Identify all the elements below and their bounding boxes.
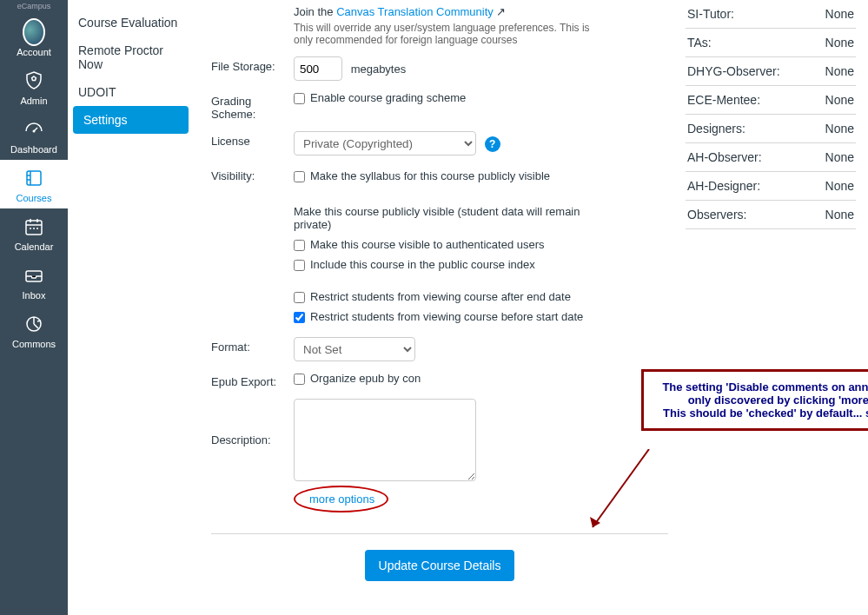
epub-organize-text: Organize epub by con xyxy=(310,372,421,385)
nav-inbox-label: Inbox xyxy=(23,290,46,301)
role-row: Observers:None xyxy=(686,201,856,229)
roles-list: SI-Tutor:None TAs:None DHYG-Observer:Non… xyxy=(686,0,868,615)
nav-inbox[interactable]: Inbox xyxy=(0,257,68,306)
restrict-before-checkbox[interactable] xyxy=(294,312,305,323)
vis-syllabus-text: Make the syllabus for this course public… xyxy=(310,169,550,182)
epub-organize-checkbox[interactable] xyxy=(294,374,305,385)
role-value: None xyxy=(825,7,854,21)
cn-udoit[interactable]: UDOIT xyxy=(68,78,194,106)
book-icon xyxy=(23,167,45,189)
role-value: None xyxy=(825,36,854,50)
role-value: None xyxy=(825,122,854,136)
role-name: Observers: xyxy=(687,208,746,222)
avatar-icon xyxy=(23,21,45,43)
course-nav: Course Evaluation Remote Proctor Now UDO… xyxy=(68,0,194,615)
nav-dashboard[interactable]: Dashboard xyxy=(0,111,68,160)
vis-auth-text: Make this course visible to authenticate… xyxy=(310,238,545,251)
visibility-label: Visibility: xyxy=(211,166,294,182)
nav-calendar-label: Calendar xyxy=(15,241,54,252)
license-select[interactable]: Private (Copyrighted) xyxy=(294,131,476,155)
grading-scheme-text: Enable course grading scheme xyxy=(310,91,466,104)
role-name: AH-Designer: xyxy=(687,179,760,193)
annotation-callout: The setting 'Disable comments on announc… xyxy=(641,369,868,431)
nav-account[interactable]: Account xyxy=(0,14,68,63)
annotation-line3: This should be 'checked' by default... s… xyxy=(656,407,868,420)
cn-course-evaluation[interactable]: Course Evaluation xyxy=(68,9,194,36)
role-row: AH-Observer:None xyxy=(686,143,856,172)
nav-account-label: Account xyxy=(17,47,51,57)
file-storage-label: File Storage: xyxy=(211,56,294,73)
grading-scheme-checkbox[interactable] xyxy=(294,93,305,104)
svg-rect-1 xyxy=(27,171,41,185)
role-name: ECE-Mentee: xyxy=(687,93,760,107)
vis-syllabus-checkbox[interactable] xyxy=(294,171,305,182)
divider xyxy=(211,533,668,534)
epub-label: Epub Export: xyxy=(211,372,294,388)
update-course-details-button[interactable]: Update Course Details xyxy=(365,550,515,581)
vis-index-checkbox[interactable] xyxy=(294,260,305,271)
role-value: None xyxy=(825,64,854,78)
nav-courses[interactable]: Courses xyxy=(0,160,68,208)
role-row: AH-Designer:None xyxy=(686,172,856,201)
role-name: DHYG-Observer: xyxy=(687,64,780,78)
more-options-highlight: more options xyxy=(294,486,388,512)
role-name: SI-Tutor: xyxy=(687,7,734,21)
nav-dashboard-label: Dashboard xyxy=(10,144,57,155)
file-storage-input[interactable] xyxy=(294,56,342,81)
join-prefix: Join the xyxy=(294,5,336,18)
canvas-translation-link[interactable]: Canvas Translation Community xyxy=(336,5,494,18)
license-label: License xyxy=(211,131,294,148)
restrict-after-text: Restrict students from viewing course af… xyxy=(310,290,571,303)
role-row: TAs:None xyxy=(686,29,856,57)
role-row: SI-Tutor:None xyxy=(686,0,856,29)
role-row: DHYG-Observer:None xyxy=(686,57,856,86)
cn-remote-proctor[interactable]: Remote Proctor Now xyxy=(68,36,194,78)
inbox-icon xyxy=(23,264,45,287)
format-label: Format: xyxy=(211,337,294,354)
grading-label: Grading Scheme: xyxy=(211,91,294,121)
role-row: Designers:None xyxy=(686,115,856,143)
role-row: ECE-Mentee:None xyxy=(686,86,856,115)
cn-settings[interactable]: Settings xyxy=(73,106,189,134)
role-name: Designers: xyxy=(687,122,745,136)
external-link-icon: ↗ xyxy=(496,5,506,18)
calendar-icon xyxy=(23,215,45,238)
settings-form: Join the Canvas Translation Community ↗ … xyxy=(194,0,686,615)
role-value: None xyxy=(825,179,854,193)
restrict-after-checkbox[interactable] xyxy=(294,292,305,303)
description-label: Description: xyxy=(211,399,294,446)
commons-icon xyxy=(23,313,45,335)
svg-point-0 xyxy=(33,130,36,133)
restrict-before-text: Restrict students from viewing course be… xyxy=(310,310,583,323)
role-name: TAs: xyxy=(687,36,712,50)
help-icon[interactable]: ? xyxy=(485,136,500,152)
gauge-icon xyxy=(23,118,45,141)
description-textarea[interactable] xyxy=(294,399,476,481)
nav-courses-label: Courses xyxy=(17,193,52,203)
format-select[interactable]: Not Set xyxy=(294,337,415,361)
nav-calendar[interactable]: Calendar xyxy=(0,208,68,257)
vis-auth-checkbox[interactable] xyxy=(294,240,305,251)
svg-rect-2 xyxy=(26,221,42,235)
global-nav: eCampus Account Admin Dashboard Courses xyxy=(0,0,68,615)
brand-label: eCampus xyxy=(0,0,68,14)
nav-admin-label: Admin xyxy=(20,96,47,106)
file-storage-unit: megabytes xyxy=(351,63,407,76)
annotation-line2: only discovered by clicking 'more option… xyxy=(656,393,868,407)
vis-index-text: Include this course in the public course… xyxy=(310,258,535,271)
annotation-line1: The setting 'Disable comments on announc… xyxy=(656,380,868,393)
more-options-link[interactable]: more options xyxy=(309,489,374,509)
vis-public-text: Make this course publicly visible (stude… xyxy=(294,186,606,235)
nav-commons[interactable]: Commons xyxy=(0,306,68,354)
join-note: This will override any user/system langu… xyxy=(294,22,606,46)
role-value: None xyxy=(825,208,854,222)
role-name: AH-Observer: xyxy=(687,150,762,164)
nav-commons-label: Commons xyxy=(12,339,56,349)
role-value: None xyxy=(825,93,854,107)
shield-icon xyxy=(23,69,45,92)
nav-admin[interactable]: Admin xyxy=(0,63,68,111)
role-value: None xyxy=(825,150,854,164)
